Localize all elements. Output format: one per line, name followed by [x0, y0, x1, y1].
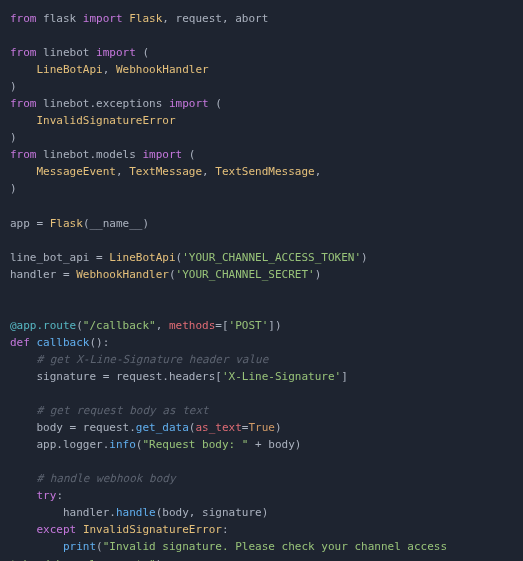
token-call: info [109, 438, 136, 451]
token-var: as_text [195, 421, 241, 434]
token-kw: import [83, 12, 123, 25]
token-cls: Flask [129, 12, 162, 25]
token-op [10, 540, 63, 553]
code-line: # handle webhook body [10, 470, 513, 487]
code-line: from linebot.models import ( [10, 146, 513, 163]
token-op: signature = request.headers[ [10, 370, 222, 383]
token-op: ) [10, 131, 17, 144]
code-line [10, 453, 513, 470]
token-op: linebot.models [37, 148, 143, 161]
token-cls: LineBotApi [109, 251, 175, 264]
code-line: InvalidSignatureError [10, 112, 513, 129]
token-str: 'X-Line-Signature' [222, 370, 341, 383]
token-op: line_bot_api = [10, 251, 109, 264]
token-kw: def [10, 336, 30, 349]
token-kw: import [142, 148, 182, 161]
token-cls: WebhookHandler [116, 63, 209, 76]
token-op: , [156, 319, 169, 332]
token-op: ( [209, 97, 222, 110]
token-str: "/callback" [83, 319, 156, 332]
code-line [10, 198, 513, 215]
token-op: ( [169, 268, 176, 281]
code-line: app = Flask(__name__) [10, 215, 513, 232]
token-op [10, 489, 37, 502]
code-line: MessageEvent, TextMessage, TextSendMessa… [10, 163, 513, 180]
code-line [10, 232, 513, 249]
token-kw: import [169, 97, 209, 110]
token-op: (body, signature) [156, 506, 269, 519]
code-line: ) [10, 78, 513, 95]
token-kw: except [37, 523, 77, 536]
token-op [10, 114, 37, 127]
token-op [10, 404, 37, 417]
code-line: from linebot import ( [10, 44, 513, 61]
token-op [10, 472, 37, 485]
token-op: (__name__) [83, 217, 149, 230]
code-line: def callback(): [10, 334, 513, 351]
token-cls: MessageEvent [37, 165, 116, 178]
token-cls: Flask [50, 217, 83, 230]
token-cls: InvalidSignatureError [37, 114, 176, 127]
code-line: body = request.get_data(as_text=True) [10, 419, 513, 436]
token-op: , [315, 165, 322, 178]
token-op: linebot [37, 46, 97, 59]
token-op: ] [341, 370, 348, 383]
token-op: ) [315, 268, 322, 281]
code-line [10, 385, 513, 402]
token-op: ) [275, 421, 282, 434]
token-str: 'POST' [229, 319, 269, 332]
token-op: ) [10, 182, 17, 195]
token-op: , request, abort [162, 12, 268, 25]
token-kw: from [10, 12, 37, 25]
token-call: print [63, 540, 96, 553]
token-op: + body) [248, 438, 301, 451]
token-call: get_data [136, 421, 189, 434]
token-cls: TextMessage [129, 165, 202, 178]
token-cls: LineBotApi [37, 63, 103, 76]
code-line: LineBotApi, WebhookHandler [10, 61, 513, 78]
code-line: app.logger.info("Request body: " + body) [10, 436, 513, 453]
token-call: callback [37, 336, 90, 349]
token-var: methods [169, 319, 215, 332]
code-line: from flask import Flask, request, abort [10, 10, 513, 27]
code-line: ) [10, 129, 513, 146]
token-cls: WebhookHandler [76, 268, 169, 281]
token-op: =[ [215, 319, 228, 332]
token-op: body = request. [10, 421, 136, 434]
token-fn: @app.route [10, 319, 76, 332]
code-line [10, 27, 513, 44]
code-line: except InvalidSignatureError: [10, 521, 513, 538]
token-cls: InvalidSignatureError [83, 523, 222, 536]
token-op [30, 336, 37, 349]
token-op: ( [182, 148, 195, 161]
token-op: : [222, 523, 229, 536]
code-line [10, 300, 513, 317]
token-cls: TextSendMessage [215, 165, 314, 178]
token-op: ( [96, 540, 103, 553]
token-op [10, 165, 37, 178]
code-line: try: [10, 487, 513, 504]
code-line: from linebot.exceptions import ( [10, 95, 513, 112]
token-op: ( [76, 319, 83, 332]
token-op: handler. [10, 506, 116, 519]
code-line [10, 283, 513, 300]
token-op: app.logger. [10, 438, 109, 451]
token-op: handler = [10, 268, 76, 281]
code-line: # get request body as text [10, 402, 513, 419]
code-line: handler.handle(body, signature) [10, 504, 513, 521]
code-line: signature = request.headers['X-Line-Sign… [10, 368, 513, 385]
token-kw: try [37, 489, 57, 502]
token-op [10, 353, 37, 366]
token-str: "Request body: " [142, 438, 248, 451]
token-call: handle [116, 506, 156, 519]
token-op: , [202, 165, 215, 178]
token-op: ) [10, 80, 17, 93]
code-line: line_bot_api = LineBotApi('YOUR_CHANNEL_… [10, 249, 513, 266]
token-op [10, 63, 37, 76]
code-block: from flask import Flask, request, abort … [10, 10, 513, 561]
code-line: ) [10, 180, 513, 197]
token-str: 'YOUR_CHANNEL_SECRET' [176, 268, 315, 281]
token-op [10, 523, 37, 536]
token-cmt: # get request body as text [37, 404, 209, 417]
code-line: # get X-Line-Signature header value [10, 351, 513, 368]
